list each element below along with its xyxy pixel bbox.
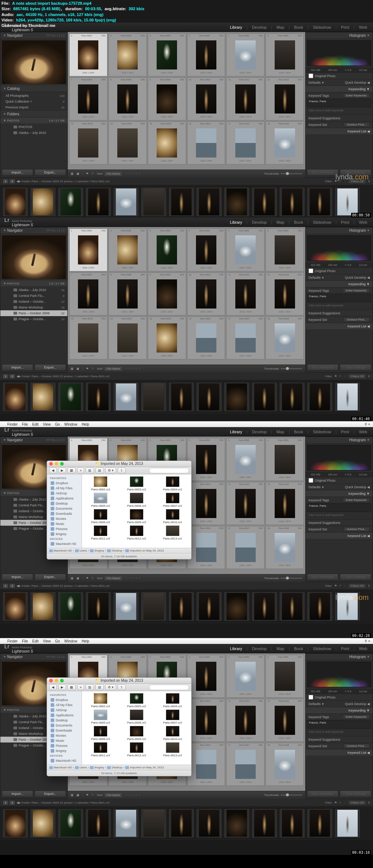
filmstrip-cell[interactable] (251, 382, 278, 412)
grid-cell[interactable]: 5Paris-0005CR2 2336 x 3504 (226, 655, 264, 698)
sidebar-item[interactable]: Movies (47, 516, 82, 521)
add-keywords-input[interactable]: Click here to add keywords (306, 729, 373, 736)
grid-mode-icon[interactable]: ▦ (71, 172, 74, 175)
filmstrip-cell[interactable] (58, 382, 84, 412)
grid-cell[interactable]: 6Paris-0006CR2 2336 x 3504 (266, 655, 304, 698)
menu-item[interactable]: Window (64, 422, 78, 426)
path-segment[interactable]: timgrey (90, 766, 104, 769)
sidebar-item[interactable]: Downloads (47, 728, 82, 733)
go-forward-icon[interactable]: ▶ (19, 584, 21, 588)
file-item[interactable]: Paris-0010.cr2 (155, 725, 190, 741)
sort-dropdown[interactable]: File Name (105, 367, 122, 371)
file-item[interactable]: Paris-0006.cr2 (119, 492, 154, 508)
filmstrip[interactable] (0, 380, 373, 414)
reject-icon[interactable]: ⚐ (91, 577, 94, 580)
menu-item[interactable]: Help (82, 422, 89, 426)
menu-item[interactable]: Finder (7, 422, 17, 426)
keyword-list-header[interactable]: Keyword List ◀ (306, 532, 373, 539)
module-library[interactable]: Library (228, 430, 244, 434)
keywording-header[interactable]: Keywording ▼ (306, 280, 373, 287)
path-segment[interactable]: Desktop (107, 766, 122, 769)
keywords-field[interactable]: France, Paris (307, 503, 371, 512)
grid-cell[interactable]: 18Paris-0018CR2 2336 x 3504 (266, 526, 304, 569)
file-item[interactable]: Paris-0009.cr2 (119, 509, 154, 524)
filmstrip-cell[interactable] (279, 808, 305, 838)
menu-item[interactable]: File (22, 422, 28, 426)
file-item[interactable]: Paris-0004.cr2 (155, 693, 190, 708)
file-item[interactable]: Paris-0012.cr2 (119, 742, 154, 757)
sidebar-item[interactable]: Music (47, 738, 82, 743)
grid-cell[interactable]: 6Paris-0006CR2 2336 x 3504 (266, 228, 304, 271)
folder-item[interactable]: Prague – Octobe...10 (0, 316, 67, 322)
import-button[interactable]: Import... (2, 364, 33, 371)
reject-icon[interactable]: ⚐ (91, 793, 94, 797)
menu-item[interactable]: Help (82, 639, 89, 643)
filmstrip-cell[interactable] (113, 808, 139, 838)
rating-stars[interactable]: ☆ ☆ ☆ ☆ ☆ (125, 577, 141, 580)
loupe-mode-icon[interactable]: ▣ (76, 367, 79, 370)
module-develop[interactable]: Develop (251, 646, 268, 651)
back-button[interactable]: ◀ (49, 467, 57, 473)
go-forward-icon[interactable]: ▶ (19, 375, 21, 378)
grid-cell[interactable]: 16Paris-0016CR2 2336 x 3504 (187, 526, 225, 569)
folder-item[interactable]: Paris – October 200922 (0, 310, 67, 316)
filmstrip[interactable] (0, 806, 373, 840)
file-item[interactable]: Paris-0002.cr2 (83, 693, 118, 708)
filmstrip-cell[interactable] (141, 382, 167, 412)
grid-cell[interactable]: 2Paris-0002CR2 2336 x 3504 (109, 33, 147, 76)
minimize-icon[interactable] (55, 679, 58, 682)
sidebar-item[interactable]: Desktop (47, 501, 82, 506)
flag-icon[interactable]: ⚑ (86, 367, 89, 370)
folder-item[interactable]: Central Park Flo...8 (0, 293, 67, 299)
filmstrip-source[interactable]: Folder: Paris – October 2009 22 photos /… (21, 801, 110, 804)
module-web[interactable]: Web (358, 220, 369, 224)
path-bar[interactable]: Macintosh HD›Users›timgrey›Desktop›Impor… (47, 765, 191, 770)
grid-cell[interactable]: 17Paris-0017CR2 2336 x 3504 (226, 122, 264, 164)
filter-unflag-icon[interactable]: ⚐ (339, 584, 342, 588)
menu-item[interactable]: Go (55, 422, 60, 426)
sidebar-item[interactable]: timgrey (47, 748, 82, 753)
grid-cell[interactable]: 12Paris-0012CR2 2336 x 3504 (266, 272, 304, 315)
keywording-header[interactable]: Keywording ▼ (306, 490, 373, 497)
sidebar-item[interactable]: Desktop (47, 718, 82, 723)
quick-develop-row[interactable]: Defaults▾Quick Develop ◀ (306, 700, 373, 707)
file-item[interactable]: Paris-0009.cr2 (119, 725, 154, 741)
path-bar[interactable]: Macintosh HD›Users›timgrey›Desktop›Impor… (47, 548, 191, 553)
file-item[interactable]: Paris-0008.cr2 (83, 725, 118, 741)
quick-develop-row[interactable]: Defaults▾Quick Develop ◀ (306, 274, 373, 280)
sidebar-item[interactable]: Documents (47, 506, 82, 511)
sort-dropdown[interactable]: File Name (105, 576, 122, 580)
catalog-header[interactable]: ▼ Catalog (0, 85, 67, 92)
grid-cell[interactable]: 6Paris-0006CR2 2336 x 3504 (266, 438, 304, 481)
filmstrip-cell[interactable] (224, 382, 250, 412)
flag-icon[interactable]: ⚑ (86, 172, 89, 175)
filmstrip-cell[interactable] (196, 808, 222, 838)
file-item[interactable]: Paris-0005.cr2 (83, 492, 118, 508)
filmstrip-cell[interactable] (58, 808, 84, 838)
module-print[interactable]: Print (339, 646, 351, 651)
grid-cell[interactable]: 13Paris-0013CR2 2336 x 3504 (69, 316, 107, 359)
rating-stars[interactable]: ☆ ☆ ☆ ☆ ☆ (125, 793, 141, 797)
grid-cell[interactable]: 10Paris-0010CR2 2336 x 3504 (187, 699, 225, 742)
sidebar-item[interactable]: Documents (47, 723, 82, 728)
view-column-button[interactable]: ▥ (86, 467, 94, 473)
grid-cell[interactable]: 13Paris-0013CR2 2336 x 3504 (69, 122, 107, 164)
zoom-icon[interactable] (60, 679, 64, 682)
grid-cell[interactable]: 10Paris-0010CR2 2336 x 3504 (187, 482, 225, 525)
screen-2-icon[interactable]: 2 (9, 801, 15, 805)
finder-titlebar[interactable]: 📁 Imported on May 24, 2013 (47, 461, 191, 467)
view-list-button[interactable]: ≡ (77, 684, 84, 690)
grid-cell[interactable]: 18Paris-0018CR2 2336 x 3504 (266, 743, 304, 786)
navigator-header[interactable]: ▼ NavigatorFIT FILL 1:1 1:3 (0, 227, 67, 234)
thumbnail-size-slider[interactable] (280, 795, 302, 796)
keyword-suggestions[interactable]: Keyword Suggestions (306, 310, 373, 316)
import-button[interactable]: Import... (2, 574, 33, 580)
folders-header[interactable]: ▼ Folders (0, 111, 67, 118)
filter-lock-icon[interactable]: ⚲ (368, 801, 370, 804)
grid-cell[interactable]: 5Paris-0005CR2 2336 x 3504 (226, 438, 264, 481)
reject-icon[interactable]: ⚐ (91, 367, 94, 370)
grid-cell[interactable]: 11Paris-0011CR2 2336 x 3504 (226, 699, 264, 742)
menu-item[interactable]: Edit (32, 422, 38, 426)
grid-cell[interactable]: 4Paris-0004CR2 2336 x 3504 (187, 438, 225, 481)
file-item[interactable]: Paris-0007.cr2 (155, 492, 190, 508)
